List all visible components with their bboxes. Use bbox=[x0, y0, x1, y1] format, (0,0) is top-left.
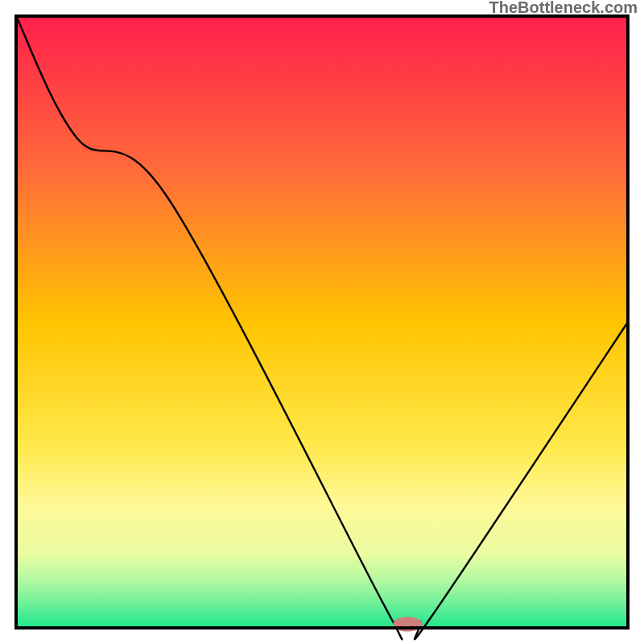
bottleneck-chart: TheBottleneck.com bbox=[0, 0, 644, 644]
watermark-text: TheBottleneck.com bbox=[489, 0, 638, 16]
plot-background bbox=[16, 16, 628, 628]
